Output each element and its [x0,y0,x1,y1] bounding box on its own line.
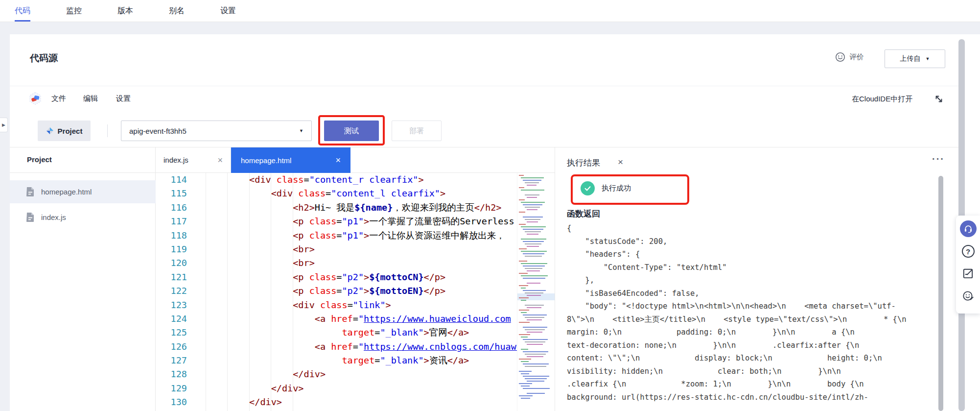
help-icon[interactable]: ? [962,245,975,258]
json-line: visibility: hidden;\n clear: both;\n }\n… [567,365,942,378]
toolbar-divider [107,124,108,137]
status-row: 执行成功 [581,181,631,195]
code-area[interactable]: 114 <div class="content_r clearfix">115 … [156,173,517,411]
results-title: 执行结果 [567,157,600,169]
minimap[interactable] [517,173,555,411]
explorer-title: Project [27,155,52,164]
nav-tab-code[interactable]: 代码 [15,0,30,22]
project-icon [46,127,54,135]
menu-item-edit[interactable]: 编辑 [83,94,98,103]
success-check-icon [581,181,595,195]
json-line: }, [567,274,942,287]
upload-label: 上传自 [900,54,921,63]
project-button-label: Project [58,127,83,135]
project-button[interactable]: Project [38,121,91,141]
results-close-icon[interactable]: × [618,157,623,167]
feedback-form-icon[interactable] [962,267,975,280]
rate-button[interactable]: 评价 [835,52,864,62]
nav-tab-alias[interactable]: 别名 [169,0,185,22]
json-output: { "statusCode": 200, "headers": { "Conte… [567,222,942,411]
code-line-129: 129 </div> [156,382,517,395]
results-scrollbar[interactable] [938,176,943,411]
code-line-119: 119 <br> [156,242,517,256]
code-line-125: 125 target="_blank">官网</a> [156,326,517,339]
json-line: "headers": { [567,248,942,261]
results-panel: 执行结果 × ··· 执行成功 函数返回 { "statusCode": 200… [555,147,958,411]
function-select[interactable]: apig-event-ft3hh5 ▼ [121,121,312,141]
code-line-121: 121 <p class="p2">${mottoCN}</p> [156,270,517,284]
editor-tab-index-js[interactable]: index.js× [156,147,231,172]
function-return-title: 函数返回 [567,208,600,219]
more-options-icon[interactable]: ··· [932,153,945,165]
menu-item-file[interactable]: 文件 [51,94,66,103]
code-line-128: 128 </div> [156,367,517,381]
explorer-panel: Project homepage.html index.js [10,147,156,411]
json-line: content: \"\";\n display: block;\n heigh… [567,352,942,365]
json-line: "Content-Type": "text/html" [567,261,942,274]
page-title: 代码源 [30,52,58,65]
file-icon [26,187,34,196]
code-line-124: 124 <a href="https://www.huaweicloud.com [156,312,517,326]
json-line: text-decoration: none;\n }\n\n .clearfix… [567,339,942,352]
editor-tab-homepage-html[interactable]: homepage.html× [231,147,350,173]
json-line: .clearfix {\n *zoom: 1;\n }\n\n body {\n [567,378,942,391]
open-in-cloudide-button[interactable]: 在CloudIDE中打开 [852,95,912,104]
code-line-122: 122 <p class="p2">${mottoEN}</p> [156,284,517,298]
code-line-126: 126 <a href="https://www.cnblogs.com/hua… [156,340,517,354]
nav-tab-monitor[interactable]: 监控 [66,0,82,22]
file-icon [26,213,34,222]
close-icon[interactable]: × [335,156,341,165]
smiley-icon [835,52,845,62]
nav-tab-settings[interactable]: 设置 [220,0,236,22]
editor-tabs: index.js×homepage.html× [156,147,555,173]
upload-from-button[interactable]: 上传自 ▼ [885,49,945,68]
deploy-button: 部署 [392,121,442,141]
expand-icon[interactable] [934,94,944,104]
function-select-value: apig-event-ft3hh5 [129,127,187,135]
code-line-120: 120 <br> [156,256,517,270]
support-icon[interactable] [960,220,977,237]
code-line-118: 118 <p class="p1">一个让你从资源运维中解放出来， [156,229,517,242]
app-logo-icon [28,92,42,105]
select-caret-icon: ▼ [299,129,303,133]
json-line: "body": "<!doctype html>\n<html>\n\n<hea… [567,300,942,313]
code-line-127: 127 target="_blank">资讯</a> [156,354,517,367]
caret-down-icon: ▼ [926,57,930,61]
code-line-116: 116 <h2>Hi~ 我是${name}，欢迎来到我的主页</h2> [156,201,517,215]
survey-smiley-icon[interactable] [962,290,975,302]
json-line: margin: 0;\n padding: 0;\n }\n\n a {\n [567,326,942,339]
code-line-123: 123 <div class="link"> [156,298,517,312]
json-line: "statusCode": 200, [567,235,942,248]
editor-panel: index.js×homepage.html× 114 <div class="… [156,147,555,411]
json-line: { [567,222,942,235]
nav-tab-version[interactable]: 版本 [117,0,133,22]
menu-item-settings[interactable]: 设置 [116,94,131,103]
json-line: background: url(https://res-static.hc-cd… [567,391,942,404]
rate-label: 评价 [849,52,864,62]
code-source-card: 代码源 评价 上传自 ▼ 文件 编辑 设置 在CloudIDE中打开 Proje… [10,34,958,411]
code-line-115: 115 <div class="content_l clearfix"> [156,187,517,200]
json-line: 8\">\n <title>主页</title>\n <style type=\… [567,313,942,326]
test-button[interactable]: 测试 [324,121,379,141]
file-item-homepage-html[interactable]: homepage.html [10,180,156,203]
top-nav: 代码监控版本别名设置 [0,0,980,22]
close-icon[interactable]: × [217,156,223,165]
header-divider [10,86,958,86]
code-line-114: 114 <div class="content_r clearfix"> [156,173,517,187]
file-item-index-js[interactable]: index.js [10,206,156,229]
side-toolbar: ? [956,216,980,314]
panel-expand-toggle[interactable]: ▶ [0,118,8,132]
explorer-divider [10,172,155,173]
json-line: "isBase64Encoded": false, [567,287,942,300]
code-line-117: 117 <p class="p1">一个掌握了流量密码的Serverless [156,215,517,228]
status-text: 执行成功 [602,184,631,193]
code-line-130: 130 </div> [156,395,517,409]
code-lines: 114 <div class="content_r clearfix">115 … [156,173,517,410]
